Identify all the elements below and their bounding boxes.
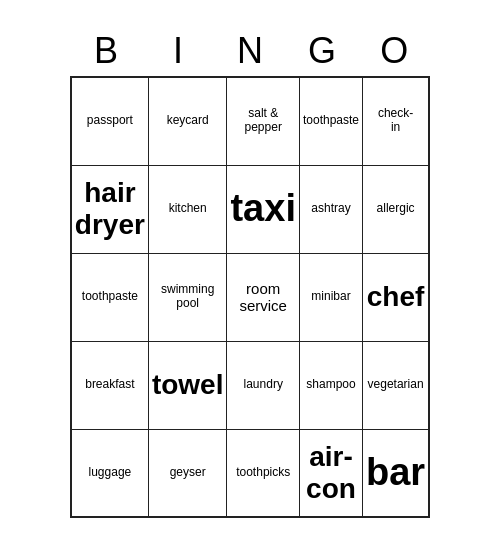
grid-row: toothpasteswimmingpoolroomserviceminibar… [71,253,429,341]
cell-text: hairdryer [75,177,145,241]
bingo-cell: swimmingpool [148,253,227,341]
bingo-cell: hairdryer [71,165,149,253]
header-letter: G [286,26,358,76]
bingo-cell: kitchen [148,165,227,253]
grid-row: luggagegeysertoothpicksair-conbar [71,429,429,517]
header-letter: N [214,26,286,76]
grid-row: breakfasttowellaundryshampoovegetarian [71,341,429,429]
bingo-cell: geyser [148,429,227,517]
bingo-cell: shampoo [299,341,362,429]
header-letter: I [142,26,214,76]
cell-text: swimmingpool [152,283,224,311]
cell-text: passport [75,114,145,128]
cell-text: air-con [303,441,359,505]
grid-row: hairdryerkitchentaxiashtrayallergic [71,165,429,253]
cell-text: laundry [230,378,295,392]
bingo-cell: vegetarian [363,341,430,429]
cell-text: ashtray [303,202,359,216]
bingo-cell: taxi [227,165,299,253]
cell-text: taxi [230,187,295,231]
cell-text: shampoo [303,378,359,392]
bingo-cell: laundry [227,341,299,429]
bingo-cell: toothpicks [227,429,299,517]
cell-text: geyser [152,466,224,480]
bingo-cell: toothpaste [299,77,362,165]
bingo-cell: luggage [71,429,149,517]
bingo-cell: chef [363,253,430,341]
bingo-header: BINGO [70,26,430,76]
bingo-cell: keycard [148,77,227,165]
header-letter: O [358,26,430,76]
bingo-cell: minibar [299,253,362,341]
bingo-cell: ashtray [299,165,362,253]
cell-text: toothpaste [75,290,145,304]
bingo-cell: toothpaste [71,253,149,341]
bingo-grid: passportkeycardsalt &peppertoothpasteche… [70,76,430,518]
bingo-cell: allergic [363,165,430,253]
cell-text: luggage [75,466,145,480]
cell-text: vegetarian [366,378,425,392]
grid-row: passportkeycardsalt &peppertoothpasteche… [71,77,429,165]
cell-text: kitchen [152,202,224,216]
cell-text: breakfast [75,378,145,392]
bingo-cell: bar [363,429,430,517]
cell-text: keycard [152,114,224,128]
header-letter: B [70,26,142,76]
cell-text: toothpicks [230,466,295,480]
bingo-cell: towel [148,341,227,429]
cell-text: salt &pepper [230,107,295,135]
bingo-cell: salt &pepper [227,77,299,165]
bingo-cell: passport [71,77,149,165]
cell-text: towel [152,369,224,401]
cell-text: chef [366,281,425,313]
cell-text: bar [366,451,425,495]
bingo-cell: air-con [299,429,362,517]
cell-text: check-in [366,107,425,135]
cell-text: roomservice [230,280,295,315]
cell-text: allergic [366,202,425,216]
cell-text: minibar [303,290,359,304]
cell-text: toothpaste [303,114,359,128]
bingo-cell: breakfast [71,341,149,429]
bingo-cell: roomservice [227,253,299,341]
bingo-cell: check-in [363,77,430,165]
